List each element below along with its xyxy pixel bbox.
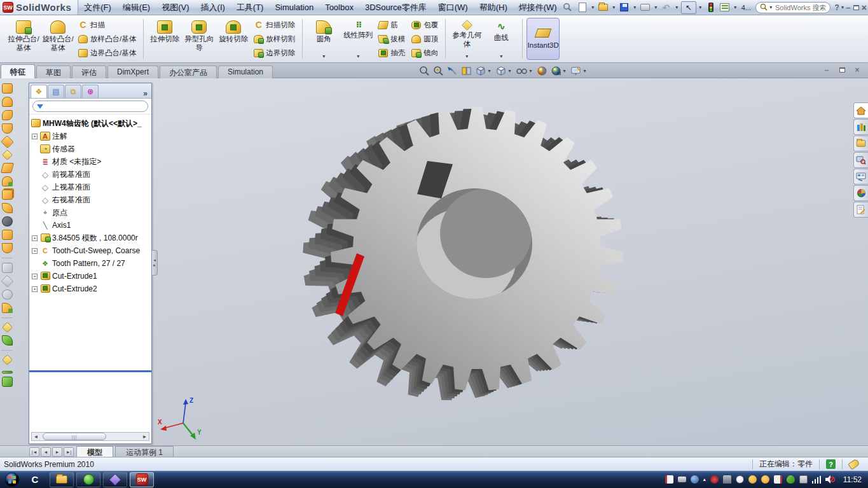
resources-tab[interactable] (853, 102, 868, 118)
menu-weldments[interactable]: 焊接件(W) (513, 0, 563, 15)
display-style-icon[interactable]: ▾ (495, 65, 513, 77)
taskbar-app-c[interactable]: C (23, 472, 47, 487)
scrollbar-thumb[interactable]: ||| (43, 433, 106, 440)
search-input[interactable] (775, 4, 826, 11)
tab-dimxpert[interactable]: DimXpert (107, 66, 158, 78)
panel-splitter-handle[interactable]: ◂▸ (152, 250, 158, 275)
custom-properties-tab[interactable] (853, 202, 868, 218)
nav-first-button[interactable]: |◄ (29, 447, 39, 457)
tray-network-icon[interactable] (812, 476, 821, 484)
tree-item-cut-extrude2[interactable]: + Cut-Extrude2 (31, 282, 151, 295)
print-dropdown-icon[interactable]: ▾ (653, 4, 659, 10)
doc-minimize-button[interactable]: – (822, 66, 831, 74)
linear-pattern-button[interactable]: ⠿ 线性阵列 ▾ (341, 17, 375, 60)
nav-last-button[interactable]: ►| (64, 447, 74, 457)
tray-sogou-icon[interactable] (710, 475, 719, 484)
mirror-tool-icon[interactable] (2, 289, 13, 300)
dome-tool-icon[interactable] (2, 176, 13, 186)
reference-geometry-dropdown-icon[interactable]: ▾ (464, 53, 470, 59)
section-view-icon[interactable] (460, 65, 472, 77)
tray-volume-muted-icon[interactable] (825, 475, 835, 484)
edit-appearance-icon[interactable] (536, 65, 548, 77)
fillet-button[interactable]: 圆角 ▾ (307, 17, 340, 60)
hide-show-items-icon[interactable]: ▾ (515, 65, 534, 77)
apply-scene-icon[interactable]: ▾ (550, 65, 568, 77)
start-button[interactable] (3, 471, 22, 488)
configurationmanager-tab[interactable]: ⧉ (65, 85, 81, 98)
swept-cut-button[interactable]: C 扫描切除 (251, 19, 298, 31)
instant3d-toggle[interactable]: Instant3D (527, 18, 560, 60)
boundary-boss-button[interactable]: 边界凸台/基体 (76, 47, 139, 59)
save-icon[interactable] (618, 1, 631, 13)
taskbar-purple-app[interactable] (103, 472, 127, 487)
nav-next-button[interactable]: ► (52, 447, 62, 457)
tray-flag-icon[interactable] (774, 475, 782, 484)
search-box[interactable]: ▾ (755, 2, 830, 13)
select-dropdown-icon[interactable]: ▾ (698, 4, 703, 10)
extruded-cut-button[interactable]: 拉伸切除 (148, 17, 181, 60)
fillet-dropdown-icon[interactable]: ▾ (321, 53, 327, 59)
tray-overflow-icon[interactable]: ▴ (703, 477, 706, 482)
zoom-to-area-icon[interactable] (432, 65, 444, 77)
menu-view[interactable]: 视图(V) (156, 0, 195, 15)
open-icon[interactable] (597, 1, 610, 13)
revolve-tool-icon[interactable] (2, 97, 13, 107)
propertymanager-tab[interactable]: ▤ (48, 85, 64, 98)
tags-icon[interactable] (848, 458, 860, 470)
dome-button[interactable]: 圆顶 (409, 33, 441, 45)
tray-usb-icon[interactable] (723, 475, 731, 484)
linear-pattern-tool-icon[interactable] (2, 263, 13, 273)
file-explorer-tab[interactable] (853, 136, 868, 151)
taskbar-explorer[interactable] (50, 472, 74, 487)
ref-plane-tool-icon[interactable] (2, 354, 13, 365)
ref-axis-tool-icon[interactable] (2, 371, 13, 373)
indent-tool-icon[interactable] (2, 230, 13, 240)
plane-tool-icon[interactable] (0, 163, 13, 173)
tray-help-icon[interactable] (691, 475, 699, 484)
tray-keyboard-icon[interactable] (678, 477, 686, 482)
undo-icon[interactable]: ↶ (660, 1, 673, 13)
menu-simulation[interactable]: Simulation (269, 1, 319, 14)
scroll-left-icon[interactable]: ◄ (32, 433, 40, 440)
menu-insert[interactable]: 插入(I) (195, 0, 231, 15)
panel-horizontal-scrollbar[interactable]: ◄ ||| ► (31, 432, 149, 441)
tree-item-annotations[interactable]: + A 注解 (31, 130, 151, 143)
tree-item-module-extrude[interactable]: + 3.84505 模数 , 108.0000r (31, 232, 151, 244)
chamfer-tool-icon[interactable] (2, 150, 13, 160)
options-dropdown-icon[interactable]: ▾ (733, 4, 738, 10)
tab-sketch[interactable]: 草图 (36, 66, 71, 78)
coordinate-system-tool-icon[interactable] (2, 377, 13, 387)
tray-im1-icon[interactable] (748, 475, 757, 484)
hole-wizard-button[interactable]: 异型孔向导 (183, 17, 216, 60)
linear-pattern-dropdown-icon[interactable]: ▾ (355, 53, 361, 59)
circular-pattern-tool-icon[interactable] (1, 275, 13, 288)
magnifier-icon[interactable] (563, 1, 572, 13)
curves-dropdown-icon[interactable]: ▾ (499, 53, 504, 59)
mirror-button[interactable]: 镜向 (409, 47, 441, 59)
new-document-icon[interactable] (576, 1, 589, 13)
swept-boss-button[interactable]: C 扫描 (76, 19, 139, 31)
print-icon[interactable] (639, 1, 652, 13)
pattern-tool-icon[interactable] (2, 190, 13, 200)
ref-geometry-tool-icon[interactable] (2, 322, 13, 333)
tree-item-material[interactable]: ≣ 材质 <未指定> (31, 155, 151, 168)
view-settings-icon[interactable]: ▾ (570, 65, 588, 77)
extruded-boss-button[interactable]: 拉伸凸台/基体 (7, 17, 40, 60)
flex-tool-icon[interactable] (2, 203, 13, 213)
menu-window[interactable]: 窗口(W) (432, 0, 474, 15)
taskbar-browser[interactable] (76, 472, 100, 487)
minimize-button[interactable]: – (844, 2, 852, 13)
scroll-right-icon[interactable]: ► (141, 433, 149, 440)
curve-tool-icon[interactable] (2, 335, 13, 345)
view-orientation-icon[interactable]: + ▾ (474, 65, 493, 77)
tab-simulation[interactable]: Simulation (218, 66, 273, 78)
featuremanager-tab[interactable]: ❖ (31, 85, 47, 98)
new-dropdown-icon[interactable]: ▾ (590, 4, 596, 10)
tree-item-top-plane[interactable]: ◇ 上视基准面 (31, 181, 151, 193)
freeform-tool-icon[interactable] (2, 243, 13, 253)
open-dropdown-icon[interactable]: ▾ (611, 4, 617, 10)
tray-qq-icon[interactable] (736, 475, 744, 484)
tree-item-tooth-cut-sweep[interactable]: + C Tooth-Cut-Sweep, Coarse (31, 244, 151, 257)
tree-item-tooth-pattern[interactable]: ❖ Tooth Pattern, 27 / 27 (31, 257, 151, 270)
tree-item-right-plane[interactable]: ◇ 右视基准面 (31, 193, 151, 206)
